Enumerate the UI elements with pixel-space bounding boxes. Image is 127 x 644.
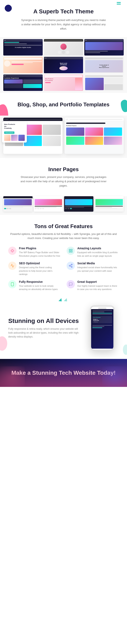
screenshot-item: A creative digital studio (3, 39, 43, 56)
seo-desc: Designed using the finest coding practic… (19, 266, 60, 276)
amazing-layouts-title: Amazing Layouts (77, 246, 119, 250)
features-title: Tons of Great Features (8, 223, 119, 230)
screenshot-item (44, 39, 83, 56)
svg-line-8 (70, 265, 71, 266)
hero-title: A Superb Tech Theme (12, 8, 115, 15)
stunning-phone: Get A Question design isIn the Great ...… (86, 306, 119, 351)
features-section: Tons of Great Features Powerful options,… (0, 215, 127, 297)
inner-screen-1 (3, 196, 33, 212)
deco-teal-arrows (59, 299, 68, 302)
social-desc: Integrated social share functionality le… (77, 266, 119, 272)
deco-arrows-top-right (117, 2, 121, 4)
support-desc: Our highly trained support team is there… (77, 284, 119, 291)
screenshot-item: Customer Experience (3, 74, 43, 91)
free-plugins-desc: The WP Bakery Page Builder and Slider Re… (19, 251, 60, 258)
inner-screen-4 (95, 196, 124, 212)
hero-description: Synergia is a stunning theme packed with… (20, 18, 107, 31)
inner-screen-2 (34, 196, 63, 212)
inner-screen-3 (64, 196, 93, 212)
deco-teal-right (123, 344, 127, 355)
feature-responsive: Fully Responsive Your website is sure to… (8, 280, 60, 291)
responsive-title: Fully Responsive (19, 280, 60, 284)
feature-amazing-layouts: Amazing Layouts Equipped with incredible… (67, 246, 119, 258)
svg-point-5 (69, 265, 70, 266)
deco-pink-left (0, 336, 7, 351)
stunning-section: Stunning on All Devices Fully responsive… (0, 297, 127, 359)
seo-icon (8, 262, 17, 270)
phone-notch (98, 308, 106, 309)
svg-rect-3 (71, 251, 72, 252)
free-plugins-title: Free Plugins (19, 246, 60, 250)
amazing-layouts-desc: Equipped with incredible blog & portfoli… (77, 251, 119, 258)
phone-frame: Get A Question design isIn the Great ...… (90, 306, 115, 351)
features-grid: Free Plugins The WP Bakery Page Builder … (8, 246, 119, 291)
screenshot-item: New Products On Creativity (44, 74, 83, 91)
stunning-text: Stunning on All Devices Fully responsive… (8, 317, 82, 339)
svg-point-6 (71, 266, 72, 268)
feature-free-plugins: Free Plugins The WP Bakery Page Builder … (8, 246, 60, 258)
blog-section: Blog, Shop, and Portfolio Templates (0, 93, 127, 116)
blog-title: Blog, Shop, and Portfolio Templates (12, 101, 115, 108)
social-title: Social Media (77, 262, 119, 265)
seo-title: SEO Optimized (19, 262, 60, 265)
screenshot-item (84, 74, 124, 91)
inner-screenshots-grid (0, 196, 127, 215)
feature-support: Great Support Our highly trained support… (67, 280, 119, 291)
blog-screens-container: Blog masonry New ProductsOnCreativity Vi… (0, 116, 127, 158)
svg-rect-2 (69, 251, 70, 252)
inner-pages-section: Inner Pages Showcase your team, present … (0, 158, 127, 196)
blog-screen-header (3, 118, 62, 121)
support-title: Great Support (77, 280, 119, 284)
cta-title: Make a Stunning Tech Website Today! (8, 369, 119, 376)
screenshot-grid: A creative digital studio (0, 37, 127, 93)
stunning-title: Stunning on All Devices (8, 317, 82, 324)
deco-dot (4, 4, 12, 12)
deco-blob-right (121, 100, 127, 112)
free-plugins-icon (8, 246, 17, 255)
amazing-layouts-icon (67, 246, 75, 255)
svg-rect-9 (11, 282, 14, 286)
new-products-overlay: New ProductsOnCreativity View products (2, 122, 27, 142)
new-products-button[interactable]: View products (4, 132, 15, 134)
social-icon (67, 262, 75, 270)
responsive-desc: Your website is sure to look simply amaz… (19, 284, 60, 291)
phone-screen: Get A Question design isIn the Great ...… (91, 309, 113, 349)
responsive-icon (8, 280, 17, 288)
portfolio-screen-header (65, 118, 124, 121)
new-products-title: New ProductsOnCreativity (4, 124, 25, 130)
cta-section: Make a Stunning Tech Website Today! (0, 359, 127, 387)
hero-section: A Superb Tech Theme Synergia is a stunni… (0, 0, 127, 37)
feature-social: Social Media Integrated social share fun… (67, 262, 119, 276)
support-icon (67, 280, 75, 288)
screenshot-item: Next LevelOf Sound (44, 57, 83, 73)
stunning-description: Fully responsive & retina ready, which e… (8, 327, 82, 339)
features-description: Powerful options, beautiful elements & f… (8, 232, 119, 241)
screenshot-item: Create design &deliverReal experiences (84, 57, 124, 73)
inner-pages-title: Inner Pages (12, 166, 115, 172)
svg-point-4 (71, 264, 72, 265)
screenshot-item (3, 57, 43, 73)
svg-rect-0 (69, 249, 70, 250)
svg-line-7 (70, 266, 71, 266)
portfolio-screen: Portfolio Projects (65, 118, 124, 154)
svg-rect-1 (71, 249, 72, 250)
feature-seo: SEO Optimized Designed using the finest … (8, 262, 60, 276)
inner-pages-description: Showcase your team, present your company… (20, 175, 107, 188)
screenshot-item (84, 39, 124, 56)
